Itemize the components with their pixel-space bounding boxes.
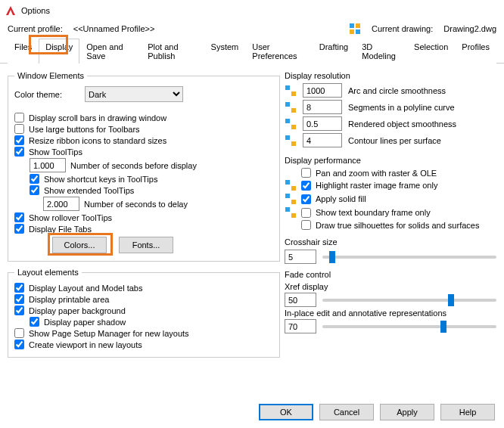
tab-user-preferences[interactable]: User Preferences [245, 39, 312, 64]
checkbox-scrollbars[interactable] [14, 113, 24, 123]
ok-button[interactable]: OK [259, 404, 313, 420]
display-performance-group: Display performance Pan and zoom with ra… [285, 156, 496, 231]
svg-rect-16 [285, 207, 290, 212]
checkbox-rollover[interactable] [14, 212, 24, 222]
layout-elements-group: Layout elements Display Layout and Model… [8, 268, 280, 358]
svg-rect-7 [291, 108, 296, 113]
checkbox-printable[interactable] [14, 294, 24, 304]
tab-files[interactable]: Files [8, 39, 39, 64]
res-icon [285, 118, 297, 130]
label-highlight-raster: Highlight raster image frame only [316, 181, 437, 190]
tab-drafting[interactable]: Drafting [313, 39, 356, 64]
svg-rect-12 [285, 180, 290, 185]
tab-strip: Files Display Open and Save Plot and Pub… [0, 38, 504, 64]
current-profile-value: <<Unnamed Profile>> [73, 24, 155, 33]
label-file-tabs: Display File Tabs [29, 225, 92, 234]
checkbox-text-boundary[interactable] [301, 208, 311, 218]
checkbox-page-setup[interactable] [14, 328, 24, 338]
window-title: Options [21, 6, 50, 15]
extended-seconds-label: Number of seconds to delay [84, 200, 188, 209]
label-large-buttons: Use large buttons for Toolbars [29, 125, 140, 134]
svg-rect-1 [356, 23, 360, 28]
svg-rect-2 [350, 29, 354, 34]
svg-rect-8 [285, 119, 290, 123]
checkbox-large-buttons[interactable] [14, 124, 24, 134]
svg-rect-13 [291, 186, 296, 191]
checkbox-viewport[interactable] [14, 340, 24, 349]
crosshair-input[interactable] [285, 250, 316, 264]
checkbox-show-tooltips[interactable] [14, 147, 24, 157]
label-resize-ribbon: Resize ribbon icons to standard sizes [29, 136, 166, 145]
inplace-slider[interactable] [322, 325, 496, 328]
tab-open-save[interactable]: Open and Save [79, 39, 141, 64]
color-theme-label: Color theme: [14, 90, 62, 99]
checkbox-paper-shadow[interactable] [30, 317, 39, 327]
perf-icon [285, 193, 297, 205]
tab-system[interactable]: System [204, 39, 246, 64]
dialog-buttons: OK Cancel Apply Help [259, 404, 495, 420]
checkbox-file-tabs[interactable] [14, 224, 24, 234]
svg-rect-15 [291, 200, 296, 204]
checkbox-solid-fill[interactable] [301, 194, 311, 204]
extended-seconds-input[interactable] [43, 197, 79, 211]
label-paper-bg: Display paper background [29, 306, 126, 315]
layout-elements-legend: Layout elements [14, 268, 82, 277]
tab-profiles[interactable]: Profiles [455, 39, 496, 64]
display-resolution-legend: Display resolution [285, 71, 496, 80]
crosshair-slider[interactable] [322, 256, 496, 259]
label-pan-zoom: Pan and zoom with raster & OLE [316, 169, 437, 178]
fade-legend: Fade control [285, 270, 496, 279]
checkbox-paper-bg[interactable] [14, 305, 24, 315]
res-icon [285, 85, 297, 97]
app-logo-icon [5, 5, 17, 17]
current-drawing-value: Drawing2.dwg [443, 24, 496, 33]
svg-rect-3 [356, 29, 360, 34]
cancel-button[interactable]: Cancel [319, 404, 374, 420]
inplace-label: In-place edit and annotative representat… [285, 309, 496, 318]
xref-input[interactable] [285, 293, 316, 307]
colors-button[interactable]: Colors... [52, 237, 107, 253]
tab-3d-modeling[interactable]: 3D Modeling [355, 39, 407, 64]
inplace-input[interactable] [285, 319, 316, 333]
checkbox-silhouettes[interactable] [301, 220, 311, 230]
title-bar: Options [0, 0, 504, 21]
tab-plot-publish[interactable]: Plot and Publish [141, 39, 204, 64]
arc-smoothness-input[interactable] [303, 83, 342, 98]
checkbox-highlight-raster[interactable] [301, 181, 311, 191]
tab-selection[interactable]: Selection [407, 39, 455, 64]
res-icon [285, 135, 297, 147]
svg-rect-11 [291, 141, 296, 146]
segments-input[interactable] [303, 100, 342, 114]
tooltip-seconds-input[interactable] [30, 158, 66, 172]
crosshair-group: Crosshair size [285, 237, 496, 264]
profile-row: Current profile: <<Unnamed Profile>> Cur… [0, 21, 504, 38]
fade-control-group: Fade control Xref display In-place edit … [285, 270, 496, 333]
checkbox-layout-tabs[interactable] [14, 283, 24, 293]
contour-lines-input[interactable] [303, 133, 342, 147]
fonts-button[interactable]: Fonts... [119, 237, 173, 253]
label-page-setup: Show Page Setup Manager for new layouts [29, 329, 189, 338]
apply-button[interactable]: Apply [380, 404, 434, 420]
color-theme-select[interactable]: Dark [85, 86, 183, 102]
res-icon [285, 101, 297, 113]
label-paper-shadow: Display paper shadow [44, 318, 126, 327]
tab-display[interactable]: Display [39, 39, 79, 64]
tooltip-seconds-label: Number of seconds before display [70, 161, 197, 170]
checkbox-extended-tooltips[interactable] [30, 185, 39, 195]
crosshair-legend: Crosshair size [285, 237, 496, 247]
help-button[interactable]: Help [440, 404, 495, 420]
xref-label: Xref display [285, 282, 496, 291]
contour-lines-label: Contour lines per surface [348, 136, 441, 145]
svg-rect-4 [285, 85, 290, 90]
svg-rect-9 [291, 125, 296, 129]
checkbox-resize-ribbon[interactable] [14, 135, 24, 145]
drawing-icon [349, 23, 361, 35]
label-rollover: Show rollover ToolTips [29, 213, 112, 222]
window-elements-group: Window Elements Color theme: Dark Displa… [8, 71, 280, 262]
checkbox-pan-zoom[interactable] [301, 168, 311, 178]
current-drawing-label: Current drawing: [372, 24, 433, 33]
rendered-smoothness-input[interactable] [303, 116, 342, 131]
xref-slider[interactable] [322, 299, 496, 302]
checkbox-shortcut-keys[interactable] [30, 174, 39, 184]
label-show-tooltips: Show ToolTips [29, 147, 82, 157]
